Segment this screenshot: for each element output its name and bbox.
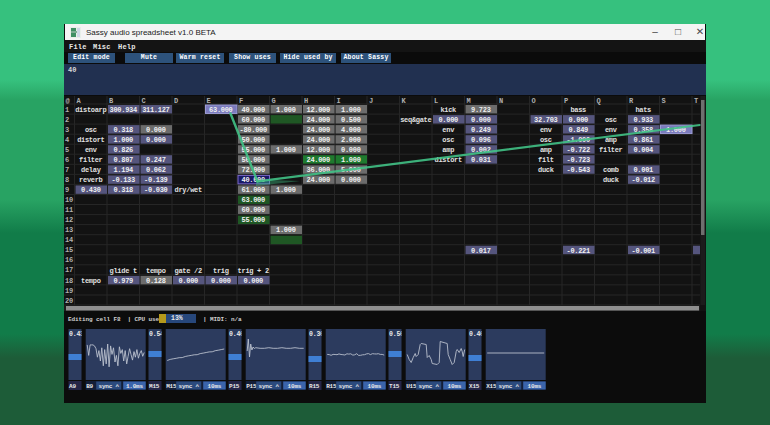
- svg-text:tempo: tempo: [81, 277, 101, 285]
- svg-text:10ms: 10ms: [208, 383, 222, 390]
- svg-text:L: L: [434, 97, 438, 105]
- svg-text:1.194: 1.194: [113, 166, 133, 174]
- svg-text:1.000: 1.000: [113, 136, 133, 144]
- svg-text:delay: delay: [81, 166, 102, 174]
- svg-text:bass: bass: [570, 106, 586, 114]
- svg-text:1.000: 1.000: [276, 226, 296, 234]
- svg-text:P: P: [564, 97, 568, 105]
- svg-text:tempo: tempo: [146, 267, 166, 275]
- svg-text:0.807: 0.807: [113, 156, 133, 164]
- svg-text:0.500: 0.500: [341, 116, 361, 124]
- svg-text:3: 3: [65, 126, 69, 134]
- svg-text:R15: R15: [309, 383, 320, 390]
- svg-text:0.933: 0.933: [633, 116, 653, 124]
- svg-text:-0.030: -0.030: [144, 186, 168, 194]
- svg-text:-0.543: -0.543: [566, 166, 590, 174]
- svg-text:1.0ms: 1.0ms: [126, 383, 144, 390]
- svg-text:osc: osc: [605, 116, 617, 124]
- svg-text:1.000: 1.000: [276, 106, 296, 114]
- svg-text:distort: distort: [77, 136, 104, 144]
- svg-text:13: 13: [65, 226, 73, 234]
- svg-text:env: env: [540, 126, 553, 134]
- svg-text:1.000: 1.000: [341, 156, 361, 164]
- svg-text:8: 8: [65, 176, 69, 184]
- svg-text:1: 1: [65, 106, 69, 114]
- svg-text:0.000: 0.000: [438, 116, 458, 124]
- svg-text:0.000: 0.000: [146, 126, 166, 134]
- svg-text:9.723: 9.723: [471, 106, 491, 114]
- svg-text:2: 2: [65, 116, 69, 124]
- svg-text:7: 7: [65, 166, 69, 174]
- svg-text:0.004: 0.004: [633, 146, 653, 154]
- svg-text:11: 11: [65, 206, 73, 214]
- svg-text:reverb: reverb: [79, 176, 103, 184]
- svg-text:10ms: 10ms: [528, 383, 542, 390]
- svg-text:0.000: 0.000: [568, 116, 588, 124]
- svg-text:S: S: [662, 97, 666, 105]
- svg-text:sync ^: sync ^: [498, 383, 519, 390]
- svg-text:amp: amp: [442, 146, 454, 154]
- svg-text:61.000: 61.000: [241, 186, 265, 194]
- svg-text:A9: A9: [69, 383, 76, 390]
- svg-text:U15: U15: [406, 383, 417, 390]
- svg-text:0.128: 0.128: [146, 277, 166, 285]
- svg-text:H: H: [304, 97, 308, 105]
- svg-text:osc: osc: [85, 126, 97, 134]
- svg-text:M15: M15: [166, 383, 177, 390]
- svg-text:-0.012: -0.012: [631, 176, 655, 184]
- svg-text:filt: filt: [538, 156, 554, 164]
- svg-text:10ms: 10ms: [368, 383, 382, 390]
- svg-text:kick: kick: [440, 106, 456, 114]
- svg-text:0.000: 0.000: [341, 176, 361, 184]
- svg-text:1.000: 1.000: [276, 146, 296, 154]
- svg-text:F: F: [239, 97, 243, 105]
- svg-text:G: G: [272, 97, 276, 105]
- svg-text:4: 4: [65, 136, 69, 144]
- svg-text:sync ^: sync ^: [418, 383, 439, 390]
- svg-text:filter: filter: [79, 156, 103, 164]
- svg-text:0.826: 0.826: [113, 146, 133, 154]
- svg-text:X15: X15: [469, 383, 480, 390]
- svg-text:0.979: 0.979: [113, 277, 133, 285]
- svg-text:E: E: [207, 97, 211, 105]
- svg-text:X15: X15: [486, 383, 497, 390]
- svg-text:0.249: 0.249: [471, 126, 491, 134]
- svg-text:trig + 2: trig + 2: [238, 267, 269, 275]
- svg-text:-0.221: -0.221: [566, 247, 590, 255]
- svg-text:2.000: 2.000: [341, 136, 361, 144]
- svg-text:24.000: 24.000: [306, 156, 330, 164]
- svg-text:60.000: 60.000: [241, 116, 265, 124]
- svg-text:P15: P15: [229, 383, 240, 390]
- svg-text:63.000: 63.000: [241, 196, 265, 204]
- svg-text:gate /2: gate /2: [175, 267, 202, 275]
- svg-text:0.318: 0.318: [113, 186, 133, 194]
- svg-text:R15: R15: [326, 383, 337, 390]
- svg-text:0.000: 0.000: [341, 146, 361, 154]
- svg-text:duck: duck: [538, 166, 554, 174]
- svg-text:0.001: 0.001: [633, 166, 653, 174]
- svg-text:sync ^: sync ^: [178, 383, 199, 390]
- svg-text:0.017: 0.017: [471, 247, 491, 255]
- svg-text:osc: osc: [540, 136, 552, 144]
- svg-text:24.000: 24.000: [306, 176, 330, 184]
- svg-text:63.000: 63.000: [209, 106, 233, 114]
- svg-text:17: 17: [65, 266, 73, 274]
- svg-text:0.861: 0.861: [633, 136, 653, 144]
- svg-text:dry/wet: dry/wet: [175, 186, 202, 194]
- svg-text:0.849: 0.849: [568, 126, 588, 134]
- svg-text:Q: Q: [597, 97, 601, 105]
- svg-text:amp: amp: [540, 146, 552, 154]
- svg-text:24.000: 24.000: [306, 126, 330, 134]
- svg-text:0.000: 0.000: [178, 277, 198, 285]
- svg-text:40.000: 40.000: [241, 106, 265, 114]
- svg-text:P15: P15: [246, 383, 257, 390]
- svg-text:24.000: 24.000: [306, 116, 330, 124]
- svg-text:distoarp: distoarp: [75, 106, 106, 114]
- svg-text:-0.133: -0.133: [111, 176, 135, 184]
- svg-text:osc: osc: [442, 136, 454, 144]
- svg-text:20: 20: [65, 297, 73, 305]
- svg-text:B9: B9: [86, 383, 93, 390]
- svg-text:duck: duck: [603, 176, 619, 184]
- svg-text:env: env: [605, 126, 618, 134]
- svg-text:sync ^: sync ^: [338, 383, 359, 390]
